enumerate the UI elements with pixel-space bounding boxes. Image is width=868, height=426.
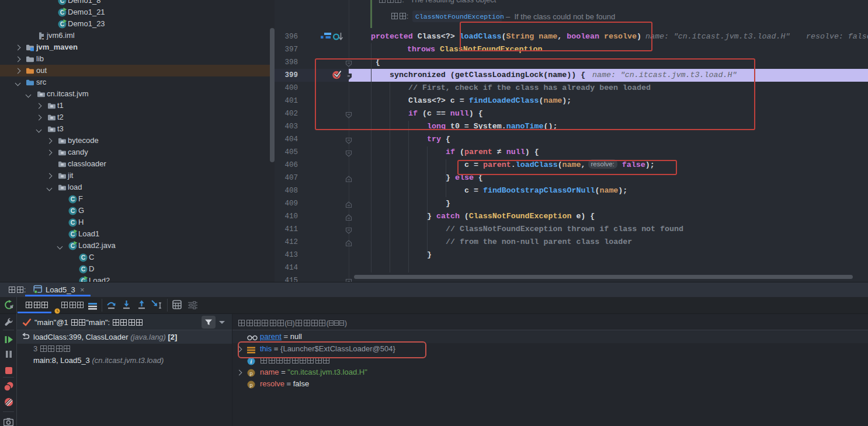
svg-text:C: C <box>60 0 65 4</box>
svg-text:i: i <box>251 358 252 365</box>
svg-text:C: C <box>71 219 75 226</box>
svg-text:p: p <box>249 370 252 376</box>
svg-text:C: C <box>71 195 75 202</box>
svg-text:C: C <box>81 254 86 261</box>
svg-text:C: C <box>71 207 75 214</box>
svg-text:C: C <box>81 266 86 273</box>
svg-text:p: p <box>249 382 252 388</box>
